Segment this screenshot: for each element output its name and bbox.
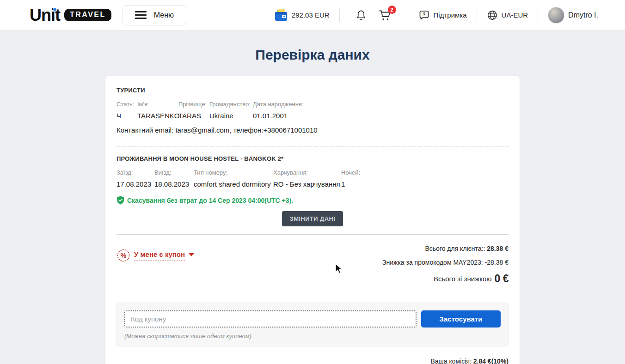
tourist-firstname-field: Ім'я: TARASENKO bbox=[137, 101, 178, 120]
meal-plan-field: Харчування: RO - Без харчування bbox=[273, 169, 341, 188]
mouse-cursor bbox=[335, 263, 344, 274]
room-type-field: Тип номеру: comfort shared dormitory bbox=[194, 169, 273, 188]
tourist-citizenship-field: Громадянство: Ukraine bbox=[209, 101, 253, 120]
locale-label: UA-EUR bbox=[502, 11, 528, 19]
page-title: Перевірка даних bbox=[0, 47, 625, 63]
svg-text:%: % bbox=[121, 252, 127, 259]
user-avatar bbox=[548, 7, 564, 24]
checkin-field: Заїзд: 17.08.2023 bbox=[116, 169, 154, 188]
divider bbox=[116, 146, 509, 147]
free-cancellation-notice: Скасування без втрат до 14 Сер 2023 04:0… bbox=[116, 196, 509, 205]
tourist-contact-info: Контактний email: taras@gmail.com, телеф… bbox=[116, 126, 509, 134]
client-total-line: Всього для клієнта:: 28.38 € bbox=[425, 245, 509, 252]
edit-data-button[interactable]: ЗМІНИТИ ДАНІ bbox=[282, 211, 343, 226]
top-navbar: Unit TRAVEL Меню 292.03 EUR bbox=[0, 0, 625, 30]
discount-total-value: 0 € bbox=[495, 273, 509, 285]
bell-icon bbox=[355, 9, 367, 21]
divider bbox=[408, 8, 408, 22]
globe-icon bbox=[487, 10, 498, 21]
have-coupon-toggle[interactable]: % У мене є купон bbox=[116, 248, 194, 263]
wallet-icon bbox=[274, 9, 288, 21]
cart-button[interactable]: 2 bbox=[379, 9, 392, 21]
apply-coupon-button[interactable]: Застосувати bbox=[421, 310, 501, 328]
tourists-table: Стать: Ч Ім'я: TARASENKO Прізвище: TARAS… bbox=[116, 101, 509, 120]
totals-summary: Всього для клієнта:: 28.38 € Знижка за п… bbox=[382, 245, 509, 285]
percent-seal-icon: % bbox=[116, 249, 130, 262]
coupon-note: (Можна скористатися лише одним купоном) bbox=[124, 333, 501, 340]
divider bbox=[339, 8, 340, 22]
header-right-group: 292.03 EUR 2 ? Підтримка bbox=[274, 7, 598, 24]
divider bbox=[538, 8, 538, 22]
brand-name: Unit bbox=[30, 7, 60, 24]
brand-badge: TRAVEL bbox=[64, 9, 111, 21]
notifications-button[interactable] bbox=[355, 9, 367, 21]
menu-button[interactable]: Меню bbox=[123, 5, 186, 25]
svg-text:?: ? bbox=[423, 11, 426, 17]
commission-value: 2.84 €(10%) bbox=[473, 358, 509, 364]
client-total-value: 28.38 € bbox=[487, 245, 509, 252]
hamburger-icon bbox=[135, 11, 147, 19]
promo-discount-line: Знижка за промокодом MAY2023: -28.38 € bbox=[382, 259, 509, 266]
free-cancellation-text: Скасування без втрат до 14 Сер 2023 04:0… bbox=[127, 197, 293, 204]
chevron-down-icon bbox=[189, 253, 194, 256]
nights-field: Ночей: 1 bbox=[341, 169, 509, 188]
wallet-balance[interactable]: 292.03 EUR bbox=[274, 9, 330, 21]
accommodation-section-heading: ПРОЖИВАННЯ В MOON HOUSE HOSTEL - BANGKOK… bbox=[116, 155, 509, 162]
user-menu[interactable]: Dmytro I. bbox=[548, 7, 598, 24]
support-button[interactable]: ? Підтримка bbox=[418, 9, 467, 21]
commission-line: Ваша комісія: 2.84 €(10%) bbox=[430, 358, 509, 364]
brand-dot-icon bbox=[53, 7, 57, 12]
cart-count-badge: 2 bbox=[388, 6, 396, 14]
tourist-gender-field: Стать: Ч bbox=[116, 101, 137, 120]
coupon-entry-panel: Застосувати (Можна скористатися лише одн… bbox=[116, 303, 509, 346]
tourists-section-heading: ТУРИСТИ bbox=[116, 87, 509, 94]
coupon-code-input[interactable] bbox=[124, 310, 417, 328]
wallet-balance-value: 292.03 EUR bbox=[292, 11, 330, 19]
shield-check-icon bbox=[116, 196, 124, 205]
menu-button-label: Меню bbox=[154, 11, 174, 19]
checkout-field: Виїзд: 18.08.2023 bbox=[154, 169, 194, 188]
commission-summary: Ваша комісія: 2.84 €(10%) До сплати аген… bbox=[116, 358, 509, 364]
brand-logo[interactable]: Unit TRAVEL bbox=[30, 7, 111, 24]
divider bbox=[116, 234, 509, 235]
tourist-birthdate-field: Дата народження: 01.01.2001 bbox=[253, 101, 509, 120]
divider bbox=[477, 8, 477, 22]
user-name: Dmytro I. bbox=[568, 11, 598, 19]
discount-total-line: Всього зі знижкою 0 € bbox=[434, 273, 509, 285]
support-label: Підтримка bbox=[434, 11, 467, 19]
tourist-lastname-field: Прізвище: TARAS bbox=[178, 101, 209, 120]
accommodation-table: Заїзд: 17.08.2023 Виїзд: 18.08.2023 Тип … bbox=[116, 169, 509, 188]
booking-review-card: ТУРИСТИ Стать: Ч Ім'я: TARASENKO Прізвищ… bbox=[105, 75, 520, 364]
have-coupon-label: У мене є купон bbox=[134, 250, 185, 261]
locale-currency-selector[interactable]: UA-EUR bbox=[487, 10, 528, 21]
support-chat-icon: ? bbox=[418, 9, 430, 21]
